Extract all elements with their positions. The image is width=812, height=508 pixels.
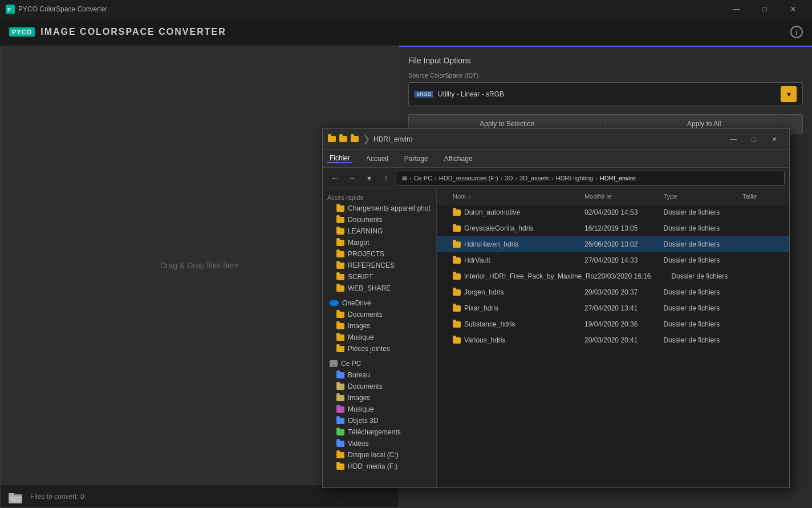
- address-path[interactable]: 🖥 › Ce PC › HDD_ressources (F:) › 3D › 3…: [396, 171, 785, 186]
- folder-icon-projects: [336, 251, 344, 257]
- explorer-close-button[interactable]: ✕: [764, 131, 785, 147]
- tree-onedrive[interactable]: OneDrive: [323, 297, 436, 309]
- open-folder-button[interactable]: [6, 487, 25, 506]
- tree-item-videos[interactable]: Vidéos: [323, 438, 436, 449]
- path-sep-1: ›: [409, 175, 412, 182]
- tree-item-telechargements[interactable]: Téléchargements: [323, 426, 436, 438]
- tree-item-margot[interactable]: Margot: [323, 237, 436, 248]
- tree-item-bureau[interactable]: Bureau: [323, 369, 436, 381]
- col-header-modified[interactable]: Modifié le: [584, 193, 664, 200]
- nav-recent-button[interactable]: ▾: [362, 171, 376, 185]
- tree-label-disque-c: Disque local (C:): [348, 451, 399, 459]
- path-home-icon: 🖥: [401, 175, 407, 182]
- tree-item-objets3d[interactable]: Objets 3D: [323, 415, 436, 426]
- explorer-maximize-button[interactable]: □: [744, 131, 764, 147]
- col-name-label: Nom: [453, 193, 466, 200]
- col-header-type[interactable]: Type: [664, 193, 743, 200]
- tree-item-projects[interactable]: PROJECTS: [323, 248, 436, 260]
- file-modified-jorgen: 20/03/2020 20:37: [584, 288, 664, 296]
- file-modified-hdrvault: 27/04/2020 14:33: [584, 256, 664, 264]
- tree-label-documents-qa: Documents: [348, 216, 383, 224]
- tree-label-telechargements: Téléchargements: [348, 428, 401, 436]
- file-row-hdrvault[interactable]: HdrVault 27/04/2020 14:33 Dossier de fic…: [437, 252, 789, 268]
- nav-forward-button[interactable]: →: [344, 171, 359, 185]
- colorspace-selector[interactable]: sRGB Utility - Linear - sRGB ▾: [408, 82, 803, 106]
- tree-item-learning[interactable]: LEARNING: [323, 225, 436, 237]
- path-hdd[interactable]: HDD_ressources (F:): [439, 175, 498, 182]
- file-name-hdrvault: HdrVault: [464, 256, 490, 264]
- folder-icon-margot: [336, 240, 344, 246]
- app-header: PYCO IMAGE COLORSPACE CONVERTER i: [0, 18, 812, 46]
- file-row-substance[interactable]: Substance_hdris 19/04/2020 20:36 Dossier…: [437, 316, 789, 332]
- explorer-minimize-button[interactable]: —: [723, 131, 744, 147]
- explorer-title-icons: [327, 135, 359, 144]
- folder-icon-interior: [453, 273, 461, 280]
- file-row-various[interactable]: Various_hdris 20/03/2020 20:41 Dossier d…: [437, 332, 789, 348]
- close-button[interactable]: ✕: [780, 0, 806, 18]
- sort-arrow: ∧: [468, 194, 472, 200]
- minimize-button[interactable]: —: [723, 0, 749, 18]
- file-name-substance: Substance_hdris: [464, 320, 515, 328]
- folder-icon-telechargements: [336, 429, 344, 436]
- tree-ce-pc[interactable]: Ce PC: [323, 358, 436, 369]
- ribbon-tab-fichier[interactable]: Fichier: [327, 154, 352, 163]
- col-header-name[interactable]: Nom ∧: [441, 193, 584, 200]
- tree-item-documents-pc[interactable]: Documents: [323, 381, 436, 392]
- nav-back-button[interactable]: ←: [327, 171, 342, 185]
- app-title: IMAGE COLORSPACE CONVERTER: [40, 27, 226, 37]
- nav-up-button[interactable]: ↑: [379, 171, 393, 185]
- tree-item-hdd-media[interactable]: HDD_media (F:): [323, 461, 436, 472]
- file-modified-substance: 19/04/2020 20:36: [584, 320, 664, 328]
- tree-item-documents-qa[interactable]: Documents: [323, 214, 436, 225]
- ribbon-tab-accueil[interactable]: Accueil: [364, 155, 391, 163]
- tree-item-references[interactable]: REFERENCES: [323, 260, 436, 271]
- tree-item-chargements[interactable]: Chargements appareil phot: [323, 203, 436, 214]
- folder-icon-od-documents: [336, 312, 344, 318]
- svg-marker-5: [10, 497, 21, 502]
- tree-item-od-documents[interactable]: Documents: [323, 309, 436, 320]
- path-hdri-enviro[interactable]: HDRI_enviro: [600, 175, 636, 182]
- tree-item-od-pieces[interactable]: Pièces jointes: [323, 343, 436, 354]
- folder-icon-musique-pc: [336, 406, 344, 413]
- title-bar: P PYCO ColorSpace Converter — □ ✕: [0, 0, 812, 18]
- path-hdri-lighting[interactable]: HDRI-lighting: [556, 175, 593, 182]
- file-row-pixar[interactable]: Pixar_hdris 27/04/2020 13:41 Dossier de …: [437, 300, 789, 316]
- folder-icon-documents-qa: [336, 217, 344, 223]
- path-sep-2: ›: [435, 175, 437, 182]
- tree-item-webshare[interactable]: WEB_SHARE: [323, 283, 436, 294]
- tree-item-script[interactable]: SCRIPT: [323, 271, 436, 283]
- folder-icon-disque-c: [336, 452, 344, 458]
- file-row-duron[interactable]: Duron_automotive 02/04/2020 14:53 Dossie…: [437, 204, 789, 220]
- file-type-hdrish: Dossier de fichiers: [664, 240, 743, 248]
- path-cepc[interactable]: Ce PC: [414, 175, 432, 182]
- tree-item-od-images[interactable]: Images: [323, 320, 436, 332]
- file-modified-greyscale: 16/12/2019 13:05: [584, 224, 664, 232]
- tree-label-od-pieces: Pièces jointes: [348, 345, 390, 353]
- folder-small-icon: [328, 136, 336, 142]
- ribbon-tab-partage[interactable]: Partage: [402, 155, 431, 163]
- svg-rect-3: [9, 493, 14, 495]
- tree-item-musique-pc[interactable]: Musique: [323, 404, 436, 415]
- col-header-size[interactable]: Taille: [742, 193, 785, 200]
- title-bar-controls: — □ ✕: [723, 0, 806, 18]
- path-3dassets[interactable]: 3D_assets: [519, 175, 549, 182]
- file-row-hdrish[interactable]: HdrisHaven_hdris 26/06/2020 13:02 Dossie…: [437, 236, 789, 252]
- ribbon-tab-affichage[interactable]: Affichage: [442, 155, 475, 163]
- tree-label-musique-pc: Musique: [348, 405, 373, 413]
- info-button[interactable]: i: [790, 26, 803, 38]
- path-3d[interactable]: 3D: [505, 175, 513, 182]
- file-row-greyscale[interactable]: GreyscaleGorilla_hdris 16/12/2019 13:05 …: [437, 220, 789, 236]
- maximize-button[interactable]: □: [752, 0, 778, 18]
- tree-label-documents-pc: Documents: [348, 382, 383, 390]
- tree-item-od-musique[interactable]: Musique: [323, 332, 436, 343]
- file-name-jorgen: Jorgen_hdris: [464, 288, 504, 296]
- folder-icon-objets3d: [336, 418, 344, 424]
- file-row-jorgen[interactable]: Jorgen_hdris 20/03/2020 20:37 Dossier de…: [437, 284, 789, 300]
- file-row-interior[interactable]: Interior_HDRI_Free_Pack_by_Maxime_Roz 20…: [437, 268, 789, 284]
- colorspace-dropdown-button[interactable]: ▾: [781, 86, 797, 102]
- explorer-window-controls: — □ ✕: [723, 131, 785, 147]
- tree-item-disque-c[interactable]: Disque local (C:): [323, 449, 436, 461]
- tree-item-images-pc[interactable]: Images: [323, 392, 436, 404]
- folder-small-icon3: [351, 136, 359, 142]
- folder-icon-duron: [453, 209, 461, 216]
